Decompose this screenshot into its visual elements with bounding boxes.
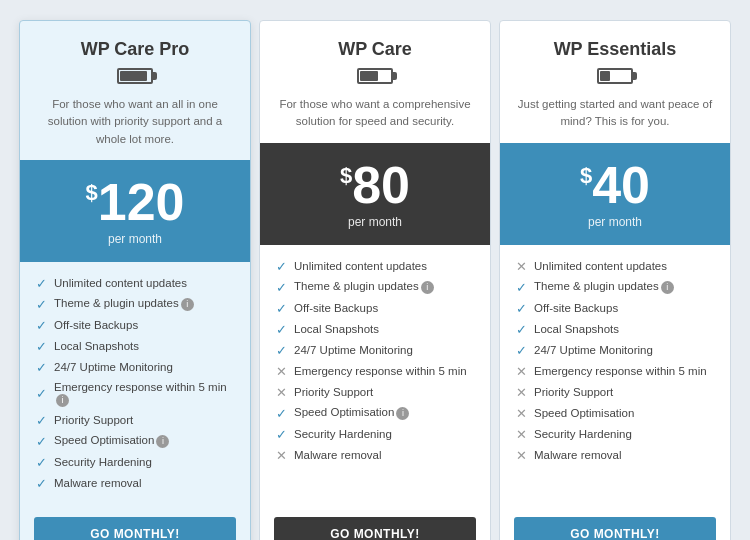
plan-title: WP Essentials xyxy=(516,39,714,60)
feature-text: Theme & plugin updatesi xyxy=(54,297,236,311)
plan-icon xyxy=(357,68,393,88)
plan-header: WP Care Pro For those who want an all in… xyxy=(20,21,250,160)
plan-title: WP Care Pro xyxy=(36,39,234,60)
check-icon: ✓ xyxy=(34,318,48,333)
go-monthly-button[interactable]: GO MONTHLY! xyxy=(514,517,716,540)
feature-item: ✓ Local Snapshots xyxy=(34,339,236,354)
check-icon: ✓ xyxy=(274,301,288,316)
go-monthly-button[interactable]: GO MONTHLY! xyxy=(274,517,476,540)
feature-item: ✓ 24/7 Uptime Monitoring xyxy=(514,343,716,358)
feature-text: Theme & plugin updatesi xyxy=(294,280,476,294)
feature-item: ✕ Malware removal xyxy=(274,448,476,463)
features-list: ✕ Unlimited content updates ✓ Theme & pl… xyxy=(500,245,730,507)
feature-text: Security Hardening xyxy=(534,428,716,440)
check-icon: ✓ xyxy=(274,427,288,442)
plan-pro: WP Care Pro For those who want an all in… xyxy=(19,20,251,540)
feature-item: ✕ Emergency response within 5 min xyxy=(274,364,476,379)
feature-text: Malware removal xyxy=(534,449,716,461)
plan-essentials: WP Essentials Just getting started and w… xyxy=(499,20,731,540)
cross-icon: ✕ xyxy=(274,385,288,400)
cross-icon: ✕ xyxy=(274,448,288,463)
feature-text: Priority Support xyxy=(294,386,476,398)
features-list: ✓ Unlimited content updates ✓ Theme & pl… xyxy=(260,245,490,507)
cross-icon: ✕ xyxy=(514,259,528,274)
feature-text: Security Hardening xyxy=(294,428,476,440)
check-icon: ✓ xyxy=(274,259,288,274)
price-box: $ 80 per month xyxy=(260,143,490,245)
check-icon: ✓ xyxy=(34,297,48,312)
feature-text: Off-site Backups xyxy=(54,319,236,331)
feature-item: ✓ Unlimited content updates xyxy=(274,259,476,274)
plan-description: Just getting started and want peace of m… xyxy=(516,96,714,131)
plan-header: WP Care For those who want a comprehensi… xyxy=(260,21,490,143)
feature-item: ✓ Emergency response within 5 mini xyxy=(34,381,236,407)
feature-text: Emergency response within 5 min xyxy=(294,365,476,377)
feature-item: ✓ Security Hardening xyxy=(274,427,476,442)
feature-text: Off-site Backups xyxy=(534,302,716,314)
cross-icon: ✕ xyxy=(514,385,528,400)
cross-icon: ✕ xyxy=(514,364,528,379)
price-number: 120 xyxy=(98,176,185,228)
feature-text: Priority Support xyxy=(534,386,716,398)
feature-text: Speed Optimisationi xyxy=(294,406,476,420)
check-icon: ✓ xyxy=(34,360,48,375)
plan-buttons: GO MONTHLY! GET 3 MTHS FREE. GO YEARLY! xyxy=(500,507,730,540)
check-icon: ✓ xyxy=(274,322,288,337)
cross-icon: ✕ xyxy=(274,364,288,379)
check-icon: ✓ xyxy=(514,322,528,337)
plan-icon xyxy=(597,68,633,88)
feature-text: Speed Optimisationi xyxy=(54,434,236,448)
price-amount: $ 80 xyxy=(270,159,480,211)
info-icon[interactable]: i xyxy=(421,281,434,294)
check-icon: ✓ xyxy=(514,280,528,295)
feature-text: Emergency response within 5 mini xyxy=(54,381,236,407)
feature-item: ✓ Speed Optimisationi xyxy=(274,406,476,421)
plan-description: For those who want an all in one solutio… xyxy=(36,96,234,148)
feature-item: ✕ Speed Optimisation xyxy=(514,406,716,421)
battery-icon xyxy=(597,68,633,84)
feature-item: ✕ Malware removal xyxy=(514,448,716,463)
plan-buttons: GO MONTHLY! GET 3 MTHS FREE. GO YEARLY! xyxy=(260,507,490,540)
feature-item: ✓ Unlimited content updates xyxy=(34,276,236,291)
feature-item: ✓ Local Snapshots xyxy=(274,322,476,337)
price-dollar-sign: $ xyxy=(580,165,592,187)
feature-text: Malware removal xyxy=(54,477,236,489)
price-number: 80 xyxy=(352,159,410,211)
check-icon: ✓ xyxy=(274,280,288,295)
pricing-container: WP Care Pro For those who want an all in… xyxy=(15,20,735,540)
info-icon[interactable]: i xyxy=(181,298,194,311)
info-icon[interactable]: i xyxy=(396,407,409,420)
plan-care: WP Care For those who want a comprehensi… xyxy=(259,20,491,540)
plan-description: For those who want a comprehensive solut… xyxy=(276,96,474,131)
price-amount: $ 120 xyxy=(30,176,240,228)
feature-item: ✓ Security Hardening xyxy=(34,455,236,470)
plan-title: WP Care xyxy=(276,39,474,60)
feature-item: ✓ Malware removal xyxy=(34,476,236,491)
feature-item: ✓ Off-site Backups xyxy=(514,301,716,316)
go-monthly-button[interactable]: GO MONTHLY! xyxy=(34,517,236,540)
cross-icon: ✕ xyxy=(514,448,528,463)
feature-item: ✓ 24/7 Uptime Monitoring xyxy=(34,360,236,375)
info-icon[interactable]: i xyxy=(661,281,674,294)
feature-item: ✓ Theme & plugin updatesi xyxy=(34,297,236,312)
feature-text: 24/7 Uptime Monitoring xyxy=(534,344,716,356)
feature-text: Unlimited content updates xyxy=(294,260,476,272)
check-icon: ✓ xyxy=(34,476,48,491)
check-icon: ✓ xyxy=(274,343,288,358)
info-icon[interactable]: i xyxy=(156,435,169,448)
price-dollar-sign: $ xyxy=(340,165,352,187)
feature-item: ✓ Off-site Backups xyxy=(274,301,476,316)
check-icon: ✓ xyxy=(34,455,48,470)
feature-text: Off-site Backups xyxy=(294,302,476,314)
cross-icon: ✕ xyxy=(514,406,528,421)
plan-header: WP Essentials Just getting started and w… xyxy=(500,21,730,143)
info-icon[interactable]: i xyxy=(56,394,69,407)
battery-icon xyxy=(357,68,393,84)
price-period: per month xyxy=(510,215,720,229)
price-box: $ 120 per month xyxy=(20,160,250,262)
plan-icon xyxy=(117,68,153,88)
feature-item: ✓ Priority Support xyxy=(34,413,236,428)
price-dollar-sign: $ xyxy=(85,182,97,204)
feature-text: Local Snapshots xyxy=(534,323,716,335)
check-icon: ✓ xyxy=(274,406,288,421)
